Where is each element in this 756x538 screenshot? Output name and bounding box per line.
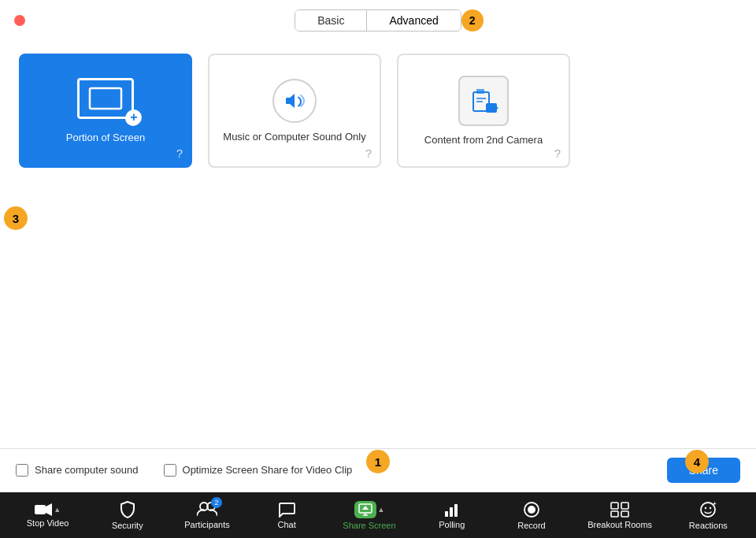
- toolbar-polling[interactable]: Polling: [428, 502, 476, 529]
- svg-rect-20: [611, 503, 618, 509]
- screen-portion-icon: [88, 87, 123, 110]
- card-label-music: Music or Computer Sound Only: [223, 131, 365, 143]
- badge-4: 4: [685, 450, 709, 473]
- svg-rect-23: [621, 511, 628, 517]
- sound-icon-wrapper: [272, 79, 317, 123]
- breakout-rooms-icon: [610, 502, 629, 518]
- share-screen-icon: [358, 503, 372, 516]
- content-area: + Portion of Screen ? Music or Computer …: [0, 41, 756, 180]
- toolbar-reactions[interactable]: + Reactions: [684, 501, 732, 530]
- svg-point-26: [710, 506, 711, 508]
- toolbar-security[interactable]: Security: [104, 501, 151, 530]
- badge-3: 3: [4, 206, 28, 230]
- toolbar: ▲ Stop Video Security 2 Participants Cha…: [0, 492, 756, 538]
- chat-icon: [278, 502, 295, 518]
- svg-rect-22: [611, 511, 618, 517]
- breakout-rooms-label: Breakout Rooms: [587, 520, 652, 529]
- share-computer-sound-label: Share computer sound: [35, 464, 139, 476]
- share-computer-sound-input[interactable]: [16, 464, 28, 477]
- card-portion-of-screen[interactable]: + Portion of Screen ?: [19, 54, 192, 168]
- tab-group: Basic Advanced: [295, 9, 461, 32]
- toolbar-participants[interactable]: 2 Participants: [183, 502, 231, 529]
- toolbar-record[interactable]: Record: [508, 501, 555, 530]
- toolbar-breakout-rooms[interactable]: Breakout Rooms: [587, 502, 652, 529]
- svg-point-25: [705, 506, 706, 508]
- chat-label: Chat: [278, 520, 296, 529]
- tab-badge: 2: [461, 9, 484, 32]
- share-screen-label: Share Screen: [343, 521, 395, 530]
- help-icon-2nd-camera[interactable]: ?: [554, 147, 561, 160]
- tab-basic[interactable]: Basic: [295, 10, 367, 31]
- sound-icon: [284, 90, 306, 112]
- polling-label: Polling: [439, 520, 465, 529]
- share-screen-arrow[interactable]: ▲: [378, 506, 385, 514]
- stop-video-label: Stop Video: [27, 518, 69, 528]
- empty-area: [0, 180, 756, 413]
- participants-count-badge: 2: [211, 497, 222, 508]
- svg-rect-15: [445, 511, 448, 517]
- participants-label: Participants: [184, 520, 229, 529]
- svg-point-19: [528, 506, 536, 514]
- toolbar-share-screen[interactable]: ▲ Share Screen: [343, 501, 395, 530]
- badge-1: 1: [366, 450, 390, 473]
- optimize-screen-input[interactable]: [164, 464, 176, 477]
- camera-icon-wrapper: [458, 76, 509, 126]
- card-label-2nd-camera: Content from 2nd Camera: [424, 134, 543, 146]
- optimize-screen-label: Optimize Screen Share for Video Clip: [183, 464, 353, 476]
- card-label-portion: Portion of Screen: [66, 132, 145, 143]
- record-icon: [523, 501, 540, 518]
- video-icon: [35, 503, 52, 516]
- svg-marker-14: [362, 506, 369, 510]
- camera-2nd-icon: [469, 86, 498, 116]
- polling-icon: [444, 502, 460, 518]
- reactions-icon: +: [699, 501, 717, 518]
- toolbar-chat[interactable]: Chat: [263, 502, 310, 529]
- card-music-sound[interactable]: Music or Computer Sound Only ?: [208, 54, 381, 168]
- card-2nd-camera[interactable]: Content from 2nd Camera ?: [397, 54, 570, 168]
- svg-rect-21: [621, 503, 628, 509]
- cards-row: + Portion of Screen ? Music or Computer …: [19, 54, 737, 168]
- video-arrow[interactable]: ▲: [54, 506, 61, 514]
- svg-rect-7: [35, 505, 46, 514]
- reactions-label: Reactions: [689, 521, 728, 530]
- close-button[interactable]: [14, 15, 25, 26]
- svg-rect-2: [476, 89, 484, 94]
- shield-icon: [120, 501, 135, 518]
- svg-rect-17: [454, 504, 458, 517]
- toolbar-stop-video[interactable]: ▲ Stop Video: [24, 503, 72, 528]
- svg-text:+: +: [713, 501, 717, 507]
- top-bar: Basic Advanced 2: [0, 0, 756, 41]
- optimize-screen-checkbox[interactable]: Optimize Screen Share for Video Clip: [164, 464, 353, 477]
- share-computer-sound-checkbox[interactable]: Share computer sound: [16, 464, 139, 477]
- record-label: Record: [517, 521, 545, 530]
- tab-advanced[interactable]: Advanced: [367, 10, 460, 31]
- security-label: Security: [112, 521, 143, 530]
- svg-rect-0: [90, 88, 121, 109]
- svg-marker-8: [46, 503, 52, 516]
- svg-rect-16: [450, 507, 453, 517]
- help-icon-music[interactable]: ?: [365, 147, 372, 160]
- help-icon-portion[interactable]: ?: [176, 147, 183, 160]
